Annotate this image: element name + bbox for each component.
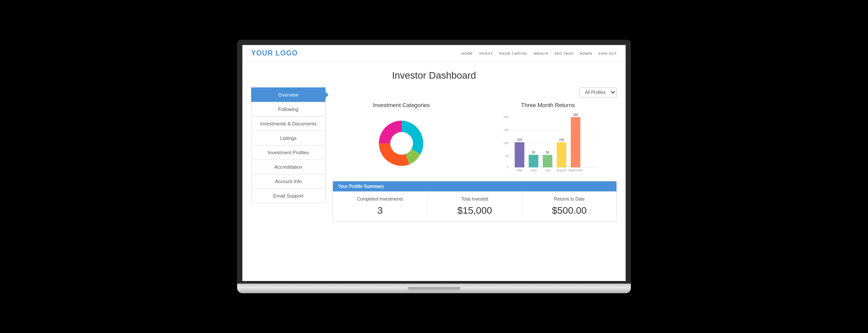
x-label-september: September xyxy=(568,169,583,172)
sidebar-item-listings[interactable]: Listings xyxy=(251,131,326,145)
y-label-150: 150 xyxy=(504,128,509,132)
nav-menu[interactable]: MENU ▾ xyxy=(534,52,548,56)
profile-summary-header: Your Profile Summary xyxy=(333,181,616,191)
y-label-200: 200 xyxy=(504,115,509,118)
nav-invest[interactable]: INVEST xyxy=(479,52,493,56)
content-area: All Profiles Profile 1 Profile 2 Investm… xyxy=(332,87,617,222)
nav-admin[interactable]: ADMIN xyxy=(580,52,592,56)
three-month-returns-chart: Three Month Returns 200 150 100 50 0 xyxy=(479,102,617,174)
pie-container xyxy=(332,113,470,174)
nav-links: HOME INVEST RAISE CAPITAL MENU ▾ SEO TAG… xyxy=(462,52,617,56)
main-layout: Overview Following Investments & Documen… xyxy=(242,87,626,231)
summary-value-invested: $15,000 xyxy=(434,205,514,216)
laptop-wrapper: YOUR LOGO HOME INVEST RAISE CAPITAL MENU… xyxy=(237,40,631,293)
investment-categories-title: Investment Categories xyxy=(332,102,470,108)
laptop-screen: YOUR LOGO HOME INVEST RAISE CAPITAL MENU… xyxy=(237,40,631,284)
x-label-july: July xyxy=(545,169,550,172)
summary-value-completed: 3 xyxy=(340,205,420,216)
bar-june-label: 50 xyxy=(532,151,536,154)
nav-seo-tags[interactable]: SEO TAGS xyxy=(554,52,574,56)
pie-chart-svg xyxy=(373,115,430,172)
bar-september-label: 200 xyxy=(573,113,578,116)
summary-cell-returns: Returns to Date $500.00 xyxy=(522,191,616,222)
sidebar: Overview Following Investments & Documen… xyxy=(251,87,326,222)
bar-chart-svg: 200 150 100 50 0 xyxy=(483,113,612,174)
y-label-50: 50 xyxy=(505,155,509,158)
profile-summary-body: Completed Investments 3 Total Invested $… xyxy=(333,191,616,222)
x-label-may: May xyxy=(517,169,523,172)
summary-label-returns: Returns to Date xyxy=(529,197,609,201)
app: YOUR LOGO HOME INVEST RAISE CAPITAL MENU… xyxy=(242,45,626,281)
sidebar-item-accreditation[interactable]: Accreditation xyxy=(251,160,326,174)
sidebar-item-overview[interactable]: Overview xyxy=(251,87,326,102)
y-label-100: 100 xyxy=(504,142,509,145)
sidebar-item-account-info[interactable]: Account Info xyxy=(251,174,326,188)
sidebar-item-investment-profiles[interactable]: Investment Profiles xyxy=(251,145,326,160)
bar-may-label: 100 xyxy=(517,138,522,141)
three-month-returns-title: Three Month Returns xyxy=(479,102,617,108)
y-label-0: 0 xyxy=(507,166,509,169)
laptop-base xyxy=(237,284,631,293)
bar-july-label: 50 xyxy=(546,151,550,154)
profiles-bar: All Profiles Profile 1 Profile 2 xyxy=(332,87,617,97)
bar-may xyxy=(515,142,525,168)
charts-row: Investment Categories xyxy=(332,102,617,174)
bar-august-label: 100 xyxy=(559,138,564,141)
summary-value-returns: $500.00 xyxy=(529,205,609,216)
nav-sign-out[interactable]: SIGN OUT xyxy=(598,52,617,56)
pie-donut-hole xyxy=(390,132,413,155)
summary-cell-invested: Total Invested $15,000 xyxy=(427,191,522,222)
profiles-select[interactable]: All Profiles Profile 1 Profile 2 xyxy=(579,87,617,97)
summary-label-completed: Completed Investments xyxy=(340,197,420,201)
nav-logo: YOUR LOGO xyxy=(251,49,298,57)
bar-july xyxy=(543,155,553,167)
bar-august xyxy=(557,142,567,168)
bar-june xyxy=(529,155,539,167)
bar-chart-container: 200 150 100 50 0 xyxy=(479,113,617,174)
profile-summary: Your Profile Summary Completed Investmen… xyxy=(332,181,617,222)
bar-september xyxy=(571,117,581,167)
nav-home[interactable]: HOME xyxy=(462,52,473,56)
sidebar-item-investments[interactable]: Investments & Documents xyxy=(251,116,326,131)
summary-label-invested: Total Invested xyxy=(434,197,514,201)
page-title: Investor Dashboard xyxy=(242,62,626,87)
x-label-june: June xyxy=(530,169,537,172)
nav-raise-capital[interactable]: RAISE CAPITAL xyxy=(499,52,528,56)
x-label-august: August xyxy=(557,169,567,172)
investment-categories-chart: Investment Categories xyxy=(332,102,470,174)
sidebar-item-following[interactable]: Following xyxy=(251,102,326,116)
navbar: YOUR LOGO HOME INVEST RAISE CAPITAL MENU… xyxy=(242,45,626,62)
sidebar-item-email-support[interactable]: Email Support xyxy=(251,188,326,203)
summary-cell-completed: Completed Investments 3 xyxy=(333,191,427,222)
